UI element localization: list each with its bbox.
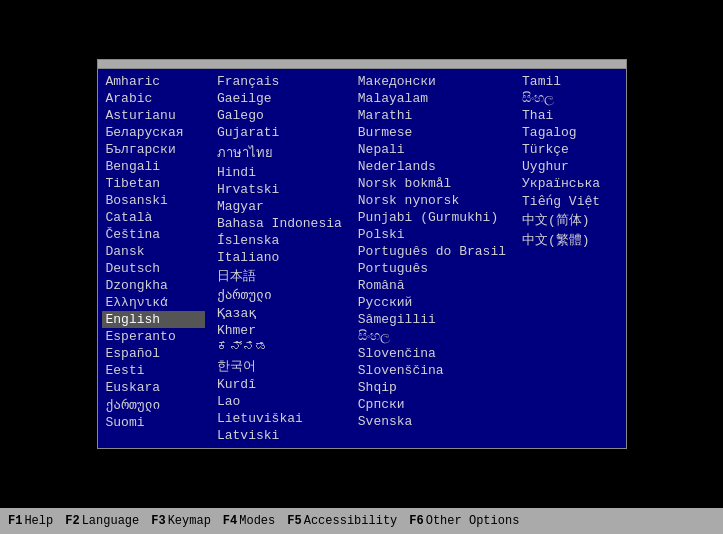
language-item[interactable]: Deutsch [102,260,205,277]
language-item[interactable]: Punjabi (Gurmukhi) [354,209,510,226]
language-item[interactable]: Português do Brasil [354,243,510,260]
footer-item-keymap[interactable]: F3 Keymap [151,514,211,528]
language-item[interactable]: Malayalam [354,90,510,107]
footer-key: F4 [223,514,237,528]
language-item[interactable]: Македонски [354,73,510,90]
language-item[interactable]: Català [102,209,205,226]
language-item[interactable]: 中文(简体) [518,210,621,230]
language-item[interactable]: Hrvatski [213,181,346,198]
language-item[interactable]: Burmese [354,124,510,141]
language-list[interactable]: AmharicArabicAsturianuБеларускаяБългарск… [98,69,626,448]
language-item[interactable]: Slovenčina [354,345,510,362]
language-item[interactable]: ಕನ್ನಡ [213,339,346,356]
language-item[interactable]: Ελληνικά [102,294,205,311]
footer-item-accessibility[interactable]: F5 Accessibility [287,514,397,528]
language-item[interactable]: Bahasa Indonesia [213,215,346,232]
language-item[interactable]: Tibetan [102,175,205,192]
language-item[interactable]: Hindi [213,164,346,181]
language-item[interactable]: Tagalog [518,124,621,141]
language-item [518,270,621,272]
language-item[interactable]: සිංහල [518,90,621,107]
language-item[interactable]: Kurdî [213,376,346,393]
language-item[interactable]: Khmer [213,322,346,339]
language-item[interactable]: Dzongkha [102,277,205,294]
language-item[interactable]: Русский [354,294,510,311]
language-item[interactable]: Suomi [102,414,205,431]
language-item[interactable]: Svenska [354,413,510,430]
language-item[interactable]: Italiano [213,249,346,266]
language-item[interactable]: Bengali [102,158,205,175]
language-item[interactable]: Română [354,277,510,294]
language-item[interactable]: Galego [213,107,346,124]
footer-label: Other Options [426,514,520,528]
language-item[interactable]: Bosanski [102,192,205,209]
language-dialog: AmharicArabicAsturianuБеларускаяБългарск… [97,59,627,449]
footer-key: F1 [8,514,22,528]
lang-column-2: МакедонскиMalayalamMarathiBurmeseNepaliN… [350,73,514,444]
language-item[interactable]: ქართული [213,286,346,304]
language-item[interactable]: Asturianu [102,107,205,124]
language-item[interactable]: Uyghur [518,158,621,175]
language-item[interactable]: Esperanto [102,328,205,345]
footer-item-help[interactable]: F1 Help [8,514,53,528]
footer-label: Modes [239,514,275,528]
main-area: AmharicArabicAsturianuБеларускаяБългарск… [0,0,723,508]
footer-label: Language [82,514,140,528]
language-item[interactable]: Türkçe [518,141,621,158]
language-item[interactable]: සිංහල [354,328,510,345]
dialog-title [98,60,626,69]
language-item[interactable]: Gaeilge [213,90,346,107]
language-item[interactable]: Marathi [354,107,510,124]
language-item[interactable]: Sâmegillii [354,311,510,328]
language-item[interactable]: Polski [354,226,510,243]
language-item[interactable]: Lietuviškai [213,410,346,427]
language-item[interactable]: Eesti [102,362,205,379]
footer-label: Keymap [168,514,211,528]
language-item[interactable]: Norsk nynorsk [354,192,510,209]
footer-item-other options[interactable]: F6 Other Options [409,514,519,528]
language-item[interactable]: Dansk [102,243,205,260]
language-item[interactable]: Latviski [213,427,346,444]
language-item[interactable]: 中文(繁體) [518,230,621,250]
language-item[interactable]: 日本語 [213,266,346,286]
language-item[interactable]: Amharic [102,73,205,90]
footer-label: Help [24,514,53,528]
language-item[interactable]: Shqip [354,379,510,396]
footer-key: F3 [151,514,165,528]
language-item[interactable]: Čeština [102,226,205,243]
lang-column-1: FrançaisGaeilgeGalegoGujaratiภาษาไทยHind… [209,73,350,444]
language-item[interactable]: Thai [518,107,621,124]
footer-label: Accessibility [304,514,398,528]
language-item[interactable]: Magyar [213,198,346,215]
footer-key: F5 [287,514,301,528]
language-item[interactable]: ქართული [102,396,205,414]
language-item[interactable]: Български [102,141,205,158]
footer-key: F6 [409,514,423,528]
footer-item-modes[interactable]: F4 Modes [223,514,275,528]
language-item[interactable]: Íslenska [213,232,346,249]
language-item[interactable]: Tiếng Việt [518,192,621,210]
language-item[interactable]: Norsk bokmål [354,175,510,192]
language-item[interactable]: English [102,311,205,328]
language-item[interactable]: ภาษาไทย [213,141,346,164]
footer-item-language[interactable]: F2 Language [65,514,139,528]
language-item[interactable]: Lao [213,393,346,410]
lang-column-3: TamilසිංහලThaiTagalogTürkçeUyghurУкраїнс… [514,73,625,444]
language-item[interactable]: Gujarati [213,124,346,141]
language-item[interactable]: 한국어 [213,356,346,376]
language-item[interactable]: Français [213,73,346,90]
language-item[interactable]: Português [354,260,510,277]
language-item[interactable]: Қазақ [213,304,346,322]
language-item[interactable]: Euskara [102,379,205,396]
language-item[interactable]: Tamil [518,73,621,90]
footer-key: F2 [65,514,79,528]
language-item[interactable]: Српски [354,396,510,413]
language-item[interactable]: Arabic [102,90,205,107]
language-item[interactable]: Українська [518,175,621,192]
language-item[interactable]: Español [102,345,205,362]
language-item[interactable]: Slovenščina [354,362,510,379]
lang-column-0: AmharicArabicAsturianuБеларускаяБългарск… [98,73,209,444]
language-item[interactable]: Беларуская [102,124,205,141]
language-item[interactable]: Nederlands [354,158,510,175]
language-item[interactable]: Nepali [354,141,510,158]
